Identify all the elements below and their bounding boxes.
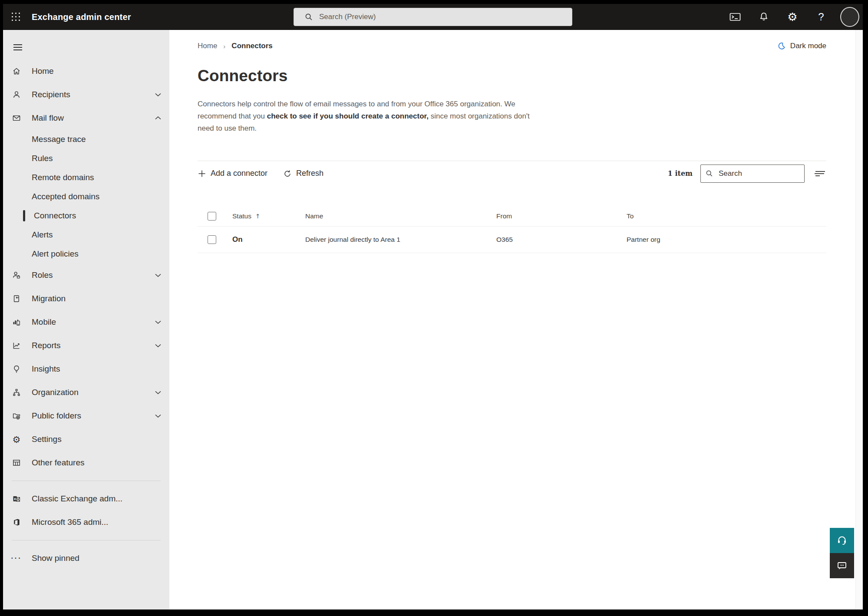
sidebar-item-label: Remote domains	[32, 173, 94, 182]
sidebar-item-label: Connectors	[34, 211, 76, 221]
column-header-status[interactable]: Status ↑	[232, 212, 305, 220]
nav-collapse-button[interactable]	[9, 39, 26, 56]
sidebar-item-connectors[interactable]: Connectors	[3, 206, 169, 225]
column-header-from[interactable]: From	[496, 212, 627, 220]
description-text: Connectors help control the flow of emai…	[198, 100, 515, 108]
dark-mode-toggle[interactable]: Dark mode	[777, 42, 826, 50]
document-arrow-icon	[12, 294, 21, 303]
list-search-box[interactable]	[700, 165, 805, 183]
chevron-down-icon	[155, 343, 162, 348]
person-badge-icon	[12, 271, 21, 280]
sidebar-item-recipients[interactable]: Recipients	[3, 83, 169, 106]
global-search-input[interactable]	[319, 13, 545, 21]
floating-action-buttons	[830, 528, 854, 578]
sidebar-item-settings[interactable]: ⚙ Settings	[3, 428, 169, 451]
sidebar-item-mobile[interactable]: Mobile	[3, 310, 169, 334]
row-to: Partner org	[627, 236, 826, 244]
sidebar-item-label: Other features	[32, 458, 84, 468]
search-icon	[705, 169, 713, 178]
filter-button[interactable]	[814, 169, 826, 178]
add-connector-label: Add a connector	[211, 169, 267, 178]
plus-icon	[198, 169, 206, 178]
bell-icon	[759, 12, 769, 22]
avatar	[840, 7, 859, 27]
sidebar-item-public-folders[interactable]: Public folders	[3, 404, 169, 428]
add-connector-button[interactable]: Add a connector	[198, 169, 267, 178]
sidebar-item-alerts[interactable]: Alerts	[3, 225, 169, 244]
sidebar-item-mail-flow[interactable]: Mail flow	[3, 106, 169, 130]
sidebar-nav: Home Recipients Mail flow	[3, 30, 169, 609]
sidebar-item-label: Show pinned	[32, 553, 79, 563]
home-icon	[12, 67, 21, 76]
item-count: 1 item	[668, 169, 693, 178]
gear-icon: ⚙	[787, 11, 797, 23]
support-button[interactable]	[830, 528, 854, 553]
sidebar-item-label: Insights	[32, 364, 60, 374]
sidebar-item-reports[interactable]: Reports	[3, 334, 169, 357]
mobile-stats-icon	[12, 318, 21, 326]
sidebar-item-label: Classic Exchange adm...	[32, 494, 122, 504]
feedback-button[interactable]	[830, 553, 854, 578]
sidebar-item-migration[interactable]: Migration	[3, 287, 169, 310]
page-description: Connectors help control the flow of emai…	[198, 98, 580, 135]
column-header-name[interactable]: Name	[305, 212, 496, 220]
sidebar-item-label: Accepted domains	[32, 192, 99, 201]
mail-icon	[12, 114, 21, 122]
sidebar-item-classic-exchange[interactable]: E Classic Exchange adm...	[3, 487, 169, 511]
description-emphasis: check to see if you should create a conn…	[267, 112, 429, 120]
sidebar-item-label: Settings	[32, 435, 62, 444]
sidebar-item-show-pinned[interactable]: ··· Show pinned	[3, 547, 169, 570]
sidebar-item-home[interactable]: Home	[3, 59, 169, 83]
page-title: Connectors	[198, 67, 826, 85]
lightbulb-icon	[12, 365, 21, 373]
sidebar-item-message-trace[interactable]: Message trace	[3, 130, 169, 149]
breadcrumb: Home › Connectors	[198, 42, 273, 50]
sidebar-item-label: Message trace	[32, 135, 86, 144]
sidebar-item-accepted-domains[interactable]: Accepted domains	[3, 187, 169, 206]
breadcrumb-chevron-icon: ›	[223, 43, 225, 50]
table-row[interactable]: On Deliver journal directly to Area 1 O3…	[198, 226, 826, 253]
settings-button[interactable]: ⚙	[783, 4, 802, 30]
help-button[interactable]: ?	[812, 4, 831, 30]
list-search-input[interactable]	[719, 169, 788, 178]
chevron-up-icon	[155, 116, 162, 120]
column-header-to[interactable]: To	[627, 212, 826, 220]
sidebar-item-label: Public folders	[32, 411, 81, 421]
sidebar-item-roles[interactable]: Roles	[3, 264, 169, 287]
chevron-down-icon	[155, 320, 162, 324]
app-launcher-button[interactable]	[6, 4, 26, 30]
list-toolbar: Add a connector Refresh 1 item	[198, 161, 826, 186]
breadcrumb-home-link[interactable]: Home	[198, 42, 217, 50]
refresh-button[interactable]: Refresh	[283, 169, 323, 178]
sidebar-item-insights[interactable]: Insights	[3, 357, 169, 381]
refresh-icon	[283, 169, 292, 178]
sidebar-item-label: Microsoft 365 admi...	[32, 517, 108, 527]
sidebar-item-rules[interactable]: Rules	[3, 149, 169, 168]
sidebar-item-alert-policies[interactable]: Alert policies	[3, 244, 169, 264]
top-app-bar: Exchange admin center	[3, 4, 863, 30]
sidebar-item-remote-domains[interactable]: Remote domains	[3, 168, 169, 187]
topbar-actions: ⚙ ?	[716, 4, 859, 30]
row-checkbox[interactable]	[208, 235, 216, 244]
chevron-down-icon	[155, 273, 162, 277]
global-search-box[interactable]	[294, 8, 572, 26]
select-all-checkbox[interactable]	[208, 212, 216, 221]
row-name[interactable]: Deliver journal directly to Area 1	[305, 236, 496, 244]
breadcrumb-current: Connectors	[231, 42, 272, 50]
sidebar-item-label: Roles	[32, 270, 53, 280]
sidebar-item-label: Mobile	[32, 317, 56, 327]
account-button[interactable]	[840, 4, 859, 30]
sidebar-item-microsoft-365[interactable]: Microsoft 365 admi...	[3, 511, 169, 534]
notifications-button[interactable]	[754, 4, 773, 30]
scrollbar[interactable]	[855, 30, 863, 609]
description-text: recommend that you	[198, 112, 267, 120]
line-chart-icon	[12, 341, 21, 350]
sidebar-item-other-features[interactable]: Other features	[3, 451, 169, 474]
exchange-admin-window: Exchange admin center	[3, 4, 863, 609]
terminal-button[interactable]	[726, 4, 745, 30]
description-text: need to use them.	[198, 124, 257, 132]
moon-icon	[777, 42, 786, 50]
selection-indicator	[23, 210, 25, 221]
sidebar-item-label: Organization	[32, 388, 79, 397]
sidebar-item-organization[interactable]: Organization	[3, 381, 169, 404]
